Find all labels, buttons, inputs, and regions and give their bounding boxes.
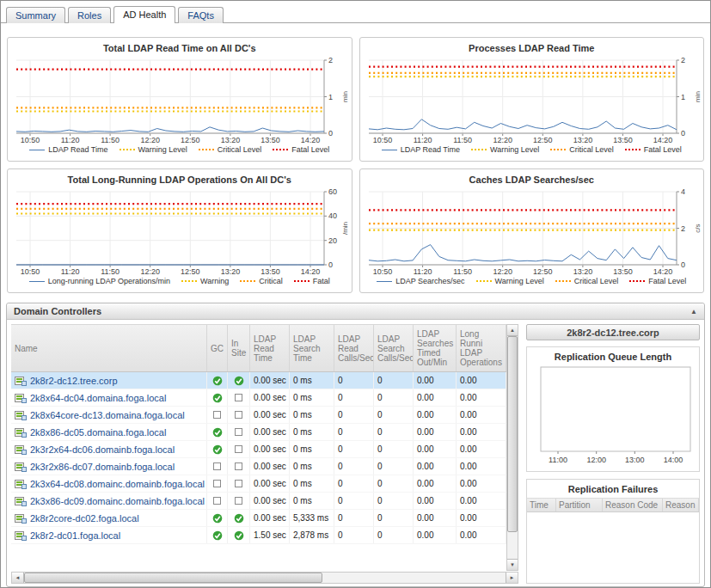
svg-text:0: 0 [328,129,333,138]
table-row[interactable]: 2k3x64-dc08.domainc.domainb.foga.local0.… [11,475,506,493]
failures-column-header[interactable]: Reason Code [603,499,663,511]
table-vertical-scrollbar[interactable]: ▲ ▼ [506,324,518,571]
check-icon [234,530,244,541]
dc-name: 2k3x64-dc08.domainc.domainb.foga.local [30,479,205,489]
horizontal-scroll-thumb[interactable] [24,573,322,583]
column-header[interactable]: LDAP Read Time [250,325,290,371]
chart-plot: 10:5011:2011:5012:2012:5013:2013:5014:20… [9,55,350,144]
svg-text:12:20: 12:20 [140,136,160,144]
table-cell: 0 [374,372,414,389]
table-row[interactable]: 2k8r2core-dc02.foga.local0.00 sec5,333 m… [11,510,506,527]
unchecked-checkbox-icon [235,428,242,436]
table-cell: 0 ms [290,372,334,389]
table-row[interactable]: 2k8x64core-dc13.domaina.foga.local0.00 s… [11,407,506,424]
total-ldap-read-time-chart-panel: Total LDAP Read Time on All DC's 10:5011… [7,37,352,162]
failures-column-header[interactable]: Reason [663,499,699,511]
svg-text:12:20: 12:20 [493,267,512,276]
unchecked-checkbox-icon [213,497,221,505]
table-cell: 0 ms [290,407,334,423]
chart-plot: 10:5011:2011:5012:2012:5013:2013:5014:20… [362,55,702,144]
unchecked-cell [207,493,228,509]
table-cell: 0.00 [414,372,457,389]
table-cell: 0.00 [457,527,506,543]
svg-text:13:20: 13:20 [221,267,241,276]
svg-text:20: 20 [328,236,337,245]
legend-symbol [181,280,197,282]
domain-controllers-panel: Domain Controllers ▲ NameGCIn SiteLDAP R… [6,303,705,587]
table-row[interactable]: 2k8x64-dc04.domaina.foga.local0.00 sec0 … [11,389,506,407]
table-cell: 1.50 sec [250,527,290,543]
svg-text:13:50: 13:50 [613,136,633,144]
svg-text:2: 2 [681,224,685,233]
check-icon [212,513,223,524]
legend-symbol [555,280,571,282]
tab-faqts[interactable]: FAQts [178,7,224,23]
unchecked-cell [207,407,228,423]
column-header[interactable]: GC [207,325,228,371]
table-cell: 0.00 [457,493,506,509]
table-cell: 0.00 sec [250,475,290,492]
processes-ldap-read-time-chart-panel: Processes LDAP Read Time 10:5011:2011:50… [359,37,705,162]
failures-column-header[interactable]: Time [527,499,556,511]
table-cell: 0.00 [457,389,506,406]
table-row[interactable]: 2k3r2x64-dc06.domainb.foga.local0.00 sec… [11,441,506,458]
svg-text:11:20: 11:20 [61,136,80,144]
tab-ad-health[interactable]: AD Health [113,6,175,23]
tab-roles[interactable]: Roles [68,7,111,23]
column-header[interactable]: Name [11,325,207,371]
table-row[interactable]: 2k3x86-dc09.domainc.domainb.foga.local0.… [11,493,506,510]
table-cell: 0.00 [414,475,457,492]
unchecked-cell [228,389,250,406]
svg-text:12:20: 12:20 [493,136,512,144]
table-cell: 0 [374,475,414,492]
table-row[interactable]: 2k3r2x86-dc07.domainb.foga.local0.00 sec… [11,458,506,475]
table-row[interactable]: 2k8x86-dc05.domaina.foga.local0.00 sec0 … [11,424,506,441]
horizontal-scroll-track[interactable] [24,573,506,583]
scroll-left-button[interactable]: ◄ [12,573,24,583]
table-cell: 0 [374,441,414,457]
domain-controllers-header[interactable]: Domain Controllers ▲ [7,303,704,320]
tab-summary[interactable]: Summary [6,7,65,23]
table-cell: 0.00 [457,510,506,526]
failures-empty-area [527,512,699,583]
dc-name-cell: 2k8r2-dc01.foga.local [11,527,207,543]
legend-label: Warning [200,277,229,285]
svg-text:13:20: 13:20 [573,267,592,276]
table-cell: 0.00 sec [250,510,290,526]
domain-controller-icon [15,513,27,524]
legend-item: Warning Level [471,145,539,154]
scroll-up-button[interactable]: ▲ [507,325,518,336]
svg-text:13:50: 13:50 [613,267,633,276]
vertical-scroll-thumb[interactable] [507,336,518,532]
dc-name: 2k8r2-dc01.foga.local [30,530,120,541]
column-header[interactable]: Long Runni LDAP Operations [457,325,506,371]
legend-symbol [382,150,397,150]
scroll-down-button[interactable]: ▼ [507,559,518,570]
chart-title: Total Long-Running LDAP Operations On Al… [9,175,350,185]
vertical-scroll-track[interactable] [507,336,518,559]
table-row[interactable]: 2k8r2-dc12.tree.corp0.00 sec0 ms000.000.… [11,372,506,389]
column-header[interactable]: LDAP Searches Timed Out/Min [414,325,457,371]
checked-cell [207,441,228,457]
unchecked-cell [228,441,250,457]
check-icon [212,427,223,438]
legend-symbol [550,149,566,150]
table-cell: 0 ms [290,493,334,509]
column-header[interactable]: LDAP Search Calls/Sec [374,325,414,371]
table-cell: 0 [334,407,374,423]
legend-symbol [199,149,214,150]
column-header[interactable]: LDAP Read Calls/Sec [334,325,374,371]
column-header[interactable]: In Site [228,325,250,371]
column-header[interactable]: LDAP Search Time [290,325,334,371]
svg-text:11:50: 11:50 [453,267,472,276]
svg-text:1: 1 [328,93,333,101]
table-row[interactable]: 2k8r2-dc01.foga.local1.50 sec2,878 ms000… [11,527,506,544]
table-cell: 0 [334,389,374,406]
svg-text:12:50: 12:50 [181,267,200,276]
collapse-panel-icon[interactable]: ▲ [690,308,697,315]
check-icon [212,376,223,386]
legend-symbol [625,149,641,150]
scroll-right-button[interactable]: ► [506,573,518,583]
failures-column-header[interactable]: Partition [556,499,603,511]
table-horizontal-scrollbar[interactable]: ◄ ► [11,572,518,584]
